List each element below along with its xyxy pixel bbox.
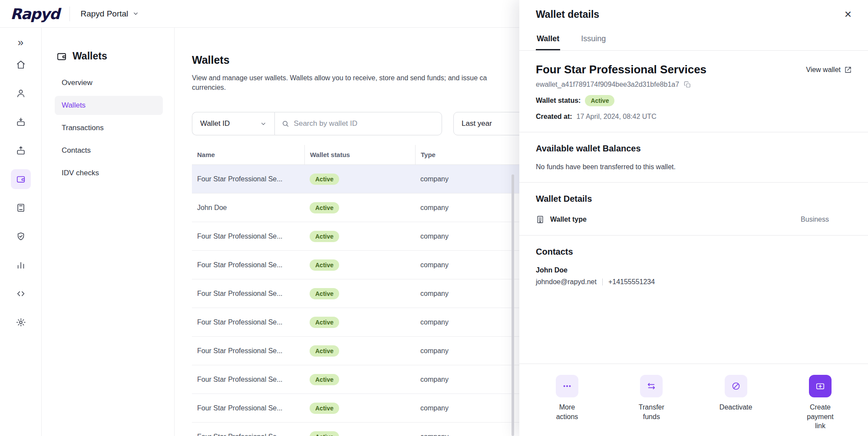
icon-rail: »	[0, 28, 42, 436]
sidebar-title-label: Wallets	[73, 50, 107, 62]
panel-header: Wallet details ×	[519, 0, 868, 29]
chevron-down-icon	[260, 121, 267, 127]
divider	[519, 235, 868, 236]
transfer-funds-label: Transfer funds	[634, 403, 669, 421]
sidebar-item-transactions[interactable]: Transactions	[55, 118, 163, 138]
date-range-value: Last year	[462, 119, 492, 128]
copy-icon[interactable]	[684, 81, 691, 88]
sidebar-title: Wallets	[55, 50, 163, 62]
status-badge: Active	[310, 174, 339, 185]
create-payment-link-icon	[809, 375, 832, 397]
view-wallet-link[interactable]: View wallet	[806, 66, 851, 74]
reports-chart-icon[interactable]	[11, 255, 31, 275]
create-payment-link-button[interactable]: Create payment link	[796, 375, 844, 436]
balances-empty-text: No funds have been transferred to this w…	[536, 163, 851, 171]
status-badge: Active	[310, 374, 339, 385]
sidebar-item-idv-checks[interactable]: IDV checks	[55, 164, 163, 183]
wallet-id-filter-label: Wallet ID	[200, 119, 230, 128]
cell-name: Four Star Professional Se...	[192, 433, 304, 436]
wallet-icon	[56, 51, 67, 62]
collect-payments-icon[interactable]	[11, 112, 31, 132]
cell-name: Four Star Professional Se...	[192, 261, 304, 269]
divider	[519, 182, 868, 183]
contact-details: johndoe@rapyd.net +14155551234	[536, 278, 851, 286]
created-at-value: 17 April, 2024, 08:42 UTC	[577, 113, 657, 121]
status-badge: Active	[310, 431, 339, 436]
cell-name: Four Star Professional Se...	[192, 233, 304, 240]
cell-status: Active	[304, 431, 415, 436]
developers-code-icon[interactable]	[11, 284, 31, 304]
more-actions-label: More actions	[550, 403, 584, 421]
status-badge: Active	[310, 259, 339, 271]
deactivate-label: Deactivate	[719, 403, 753, 412]
column-header-wallet-status: Wallet status	[304, 145, 415, 164]
wallet-id-filter-select[interactable]: Wallet ID	[192, 112, 274, 135]
status-badge: Active	[310, 317, 339, 328]
cell-status: Active	[304, 317, 415, 328]
topbar-divider	[69, 7, 70, 21]
wallet-details-panel: Wallet details × Wallet Issuing Four Sta…	[519, 0, 868, 436]
cell-name: Four Star Professional Se...	[192, 376, 304, 384]
wallet-details-section-title: Wallet Details	[536, 194, 851, 204]
chevron-down-icon	[132, 10, 139, 17]
deactivate-icon	[725, 375, 747, 397]
more-actions-button[interactable]: More actions	[543, 375, 591, 436]
contact-phone: +14155551234	[608, 278, 655, 286]
tab-issuing[interactable]: Issuing	[580, 29, 607, 50]
search-input[interactable]	[294, 119, 435, 128]
balances-section-title: Available wallet Balances	[536, 144, 851, 154]
wallet-type-label: Wallet type	[550, 216, 587, 223]
cell-name: Four Star Professional Se...	[192, 318, 304, 326]
sidebar-item-contacts[interactable]: Contacts	[55, 141, 163, 160]
sidebar-item-overview[interactable]: Overview	[55, 73, 163, 92]
status-badge: Active	[310, 345, 339, 357]
transfer-funds-button[interactable]: Transfer funds	[627, 375, 675, 436]
create-payment-link-label: Create payment link	[803, 403, 838, 431]
column-header-name: Name	[192, 145, 304, 164]
more-actions-icon	[556, 375, 578, 397]
tab-wallet[interactable]: Wallet	[536, 29, 560, 50]
status-badge: Active	[310, 288, 339, 299]
sidebar-item-wallets[interactable]: Wallets	[55, 96, 163, 115]
cell-name: Four Star Professional Se...	[192, 347, 304, 355]
view-wallet-label: View wallet	[806, 66, 841, 74]
transfer-funds-icon	[640, 375, 663, 397]
contacts-icon[interactable]	[11, 83, 31, 103]
wallet-name: Four Star Professional Services	[536, 63, 706, 76]
cell-status: Active	[304, 374, 415, 385]
status-badge: Active	[310, 202, 339, 213]
wallet-type-value: Business	[801, 216, 851, 223]
panel-tabs: Wallet Issuing	[519, 29, 868, 51]
panel-actions: More actions Transfer funds Deactivate C…	[519, 364, 868, 436]
cell-name: John Doe	[192, 204, 304, 212]
contacts-section-title: Contacts	[536, 247, 851, 257]
created-at-label: Created at:	[536, 113, 572, 121]
cell-name: Four Star Professional Se...	[192, 404, 304, 412]
disburse-payouts-icon[interactable]	[11, 141, 31, 161]
close-icon[interactable]: ×	[845, 8, 851, 20]
cell-status: Active	[304, 259, 415, 271]
deactivate-button[interactable]: Deactivate	[712, 375, 760, 436]
contact-name: John Doe	[536, 266, 851, 274]
home-icon[interactable]	[11, 55, 31, 75]
cell-status: Active	[304, 231, 415, 242]
expand-sidebar-icon[interactable]: »	[11, 34, 31, 51]
portal-label: Rapyd Portal	[80, 9, 128, 19]
compliance-shield-icon[interactable]	[11, 226, 31, 246]
wallets-icon[interactable]	[11, 169, 31, 189]
contact-email: johndoe@rapyd.net	[536, 278, 597, 286]
panel-title: Wallet details	[536, 9, 599, 20]
wallet-status-label: Wallet status:	[536, 97, 581, 105]
card-terminal-icon[interactable]	[11, 198, 31, 218]
rapyd-logo[interactable]: Rapyd	[10, 5, 59, 23]
wallet-status-badge: Active	[585, 95, 614, 106]
settings-gear-icon[interactable]	[11, 312, 31, 332]
building-icon	[536, 215, 545, 224]
wallet-id-value: ewallet_a41f789174f9094bee3a2d31bfe8b1a7	[536, 81, 679, 89]
cell-status: Active	[304, 403, 415, 414]
portal-switcher[interactable]: Rapyd Portal	[80, 9, 139, 19]
cell-status: Active	[304, 202, 415, 213]
contact-separator	[602, 279, 603, 285]
main-scrollbar[interactable]	[512, 174, 514, 436]
cell-name: Four Star Professional Se...	[192, 175, 304, 183]
